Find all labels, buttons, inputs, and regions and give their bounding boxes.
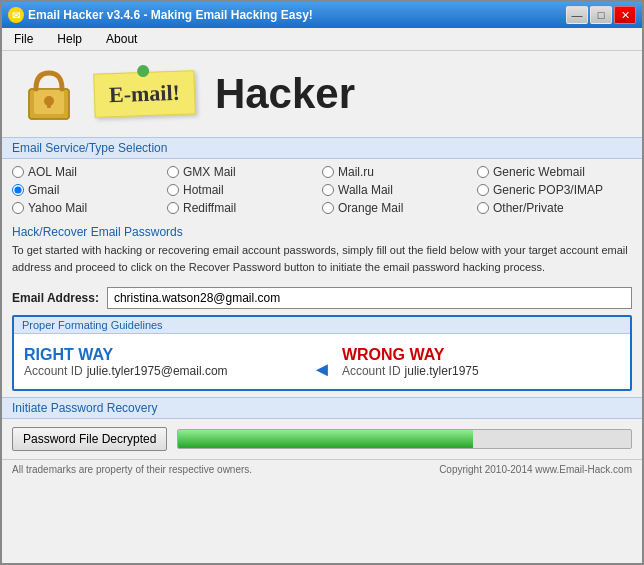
radio-other: Other/Private (477, 201, 632, 215)
footer: All trademarks are property of their res… (2, 459, 642, 479)
password-file-decrypted-button[interactable]: Password File Decrypted (12, 427, 167, 451)
right-account-row: Account ID julie.tyler1975@email.com (24, 364, 228, 378)
initiate-section-header: Initiate Password Recovery (2, 397, 642, 419)
radio-generic-pop3-label: Generic POP3/IMAP (493, 183, 603, 197)
email-field-row: Email Address: (2, 281, 642, 315)
menu-about[interactable]: About (100, 30, 143, 48)
radio-hotmail-input[interactable] (167, 184, 179, 196)
radio-generic-webmail-label: Generic Webmail (493, 165, 585, 179)
radio-aolmail-label: AOL Mail (28, 165, 77, 179)
menu-bar: File Help About (2, 28, 642, 51)
close-button[interactable]: ✕ (614, 6, 636, 24)
progress-bar-fill (178, 430, 472, 448)
menu-file[interactable]: File (8, 30, 39, 48)
hack-recover-description: To get started with hacking or recoverin… (12, 242, 632, 275)
app-icon: ✉ (8, 7, 24, 23)
radio-orangemail: Orange Mail (322, 201, 477, 215)
radio-generic-webmail-input[interactable] (477, 166, 489, 178)
radio-yahoomail-input[interactable] (12, 202, 24, 214)
radio-hotmail-label: Hotmail (183, 183, 224, 197)
header-section: E-mail! Hacker (2, 51, 642, 137)
radio-hotmail: Hotmail (167, 183, 322, 197)
right-account-id-value: julie.tyler1975@email.com (87, 364, 228, 378)
title-bar: ✉ Email Hacker v3.4.6 - Making Email Hac… (2, 2, 642, 28)
main-window: ✉ Email Hacker v3.4.6 - Making Email Hac… (0, 0, 644, 565)
email-note: E-mail! (93, 70, 195, 117)
radio-other-label: Other/Private (493, 201, 564, 215)
radio-mailru-label: Mail.ru (338, 165, 374, 179)
window-title: Email Hacker v3.4.6 - Making Email Hacki… (28, 8, 313, 22)
radio-aolmail: AOL Mail (12, 165, 167, 179)
description-section: Hack/Recover Email Passwords To get star… (2, 221, 642, 281)
maximize-button[interactable]: □ (590, 6, 612, 24)
radio-mailru: Mail.ru (322, 165, 477, 179)
radio-wallamail: Walla Mail (322, 183, 477, 197)
format-header: Proper Formating Guidelines (14, 317, 630, 334)
radio-orangemail-label: Orange Mail (338, 201, 403, 215)
radio-gmxmail-label: GMX Mail (183, 165, 236, 179)
radio-generic-pop3-input[interactable] (477, 184, 489, 196)
radio-rediffmail: Rediffmail (167, 201, 322, 215)
password-recovery-row: Password File Decrypted (2, 419, 642, 459)
content-area: E-mail! Hacker Email Service/Type Select… (2, 51, 642, 563)
hacker-title: Hacker (215, 70, 355, 118)
radio-orangemail-input[interactable] (322, 202, 334, 214)
right-account-id-label: Account ID (24, 364, 83, 378)
email-label: Email Address: (12, 291, 99, 305)
radio-mailru-input[interactable] (322, 166, 334, 178)
svg-rect-3 (47, 101, 51, 108)
radio-rediffmail-input[interactable] (167, 202, 179, 214)
footer-right: Copyright 2010-2014 www.Email-Hack.com (439, 464, 632, 475)
radio-rediffmail-label: Rediffmail (183, 201, 236, 215)
right-way-label: RIGHT WAY (24, 346, 113, 364)
arrow-icon: ◄ (312, 358, 332, 381)
format-content: RIGHT WAY Account ID julie.tyler1975@ema… (14, 334, 630, 389)
radio-gmail-input[interactable] (12, 184, 24, 196)
wrong-account-id-value: julie.tyler1975 (405, 364, 479, 378)
wrong-way-label: WRONG WAY (342, 346, 445, 364)
menu-help[interactable]: Help (51, 30, 88, 48)
format-section: Proper Formating Guidelines RIGHT WAY Ac… (12, 315, 632, 391)
radio-generic-webmail: Generic Webmail (477, 165, 632, 179)
right-way: RIGHT WAY Account ID julie.tyler1975@ema… (24, 346, 302, 378)
wrong-account-id-label: Account ID (342, 364, 401, 378)
wrong-account-row: Account ID julie.tyler1975 (342, 364, 479, 378)
progress-bar-container (177, 429, 632, 449)
radio-gmail-label: Gmail (28, 183, 59, 197)
radio-gmxmail-input[interactable] (167, 166, 179, 178)
radio-yahoomail: Yahoo Mail (12, 201, 167, 215)
radio-section: AOL Mail GMX Mail Mail.ru Generic Webmai… (2, 159, 642, 221)
radio-generic-pop3: Generic POP3/IMAP (477, 183, 632, 197)
minimize-button[interactable]: — (566, 6, 588, 24)
lock-icon (14, 59, 84, 129)
radio-gmxmail: GMX Mail (167, 165, 322, 179)
title-bar-left: ✉ Email Hacker v3.4.6 - Making Email Hac… (8, 7, 313, 23)
title-bar-controls: — □ ✕ (566, 6, 636, 24)
hack-recover-title: Hack/Recover Email Passwords (12, 225, 632, 239)
radio-yahoomail-label: Yahoo Mail (28, 201, 87, 215)
footer-left: All trademarks are property of their res… (12, 464, 252, 475)
radio-other-input[interactable] (477, 202, 489, 214)
wrong-way: WRONG WAY Account ID julie.tyler1975 (342, 346, 620, 378)
email-input[interactable] (107, 287, 632, 309)
radio-wallamail-input[interactable] (322, 184, 334, 196)
radio-gmail: Gmail (12, 183, 167, 197)
radio-wallamail-label: Walla Mail (338, 183, 393, 197)
radio-aolmail-input[interactable] (12, 166, 24, 178)
email-service-header: Email Service/Type Selection (2, 137, 642, 159)
